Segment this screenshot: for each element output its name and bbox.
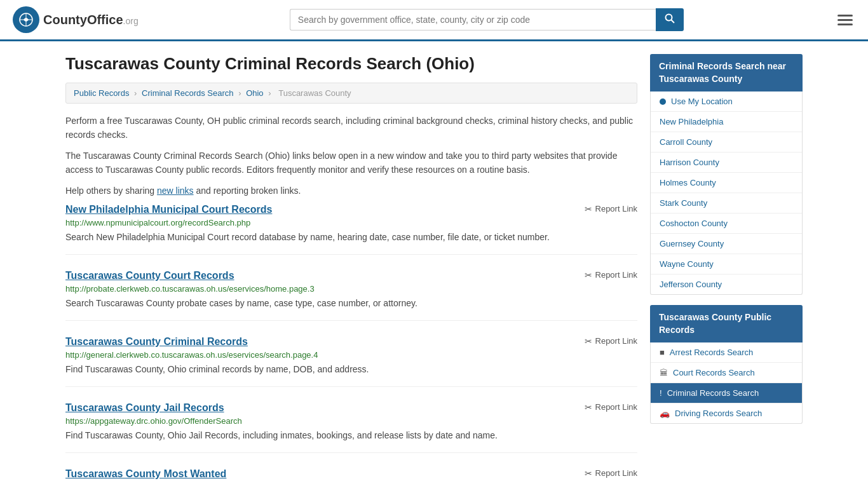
svg-point-3	[665, 15, 672, 21]
search-area	[290, 8, 684, 31]
sidebar-item-court-records[interactable]: 🏛 Court Records Search	[651, 363, 802, 383]
breadcrumb-ohio[interactable]: Ohio	[246, 88, 263, 98]
sidebar-public-records-list: ■ Arrest Records Search 🏛 Court Records …	[650, 342, 803, 424]
sidebar-link-harrison-county[interactable]: Harrison County	[660, 158, 719, 167]
result-item-2: Tuscarawas County Criminal Records ✂ Rep…	[65, 336, 637, 387]
result-desc-3: Find Tuscarawas County, Ohio Jail Record…	[65, 429, 637, 442]
sidebar-link-jefferson-county[interactable]: Jefferson County	[660, 280, 722, 289]
sidebar-link-coshocton-county[interactable]: Coshocton County	[660, 219, 728, 228]
logo-text: CountyOffice.org	[43, 13, 139, 27]
report-link-btn-1[interactable]: ✂ Report Link	[585, 270, 637, 280]
sidebar-link-new-philadelphia[interactable]: New Philadelphia	[660, 117, 723, 126]
breadcrumb-sep-2: ›	[238, 88, 241, 98]
result-title-row-2: Tuscarawas County Criminal Records ✂ Rep…	[65, 336, 637, 348]
report-link-btn-4[interactable]: ✂ Report Link	[585, 468, 637, 478]
sidebar-item-wayne-county[interactable]: Wayne County	[651, 254, 802, 274]
sidebar-item-coshocton-county[interactable]: Coshocton County	[651, 214, 802, 234]
result-item-4: Tuscarawas County Most Wanted ✂ Report L…	[65, 468, 637, 488]
hamburger-menu-button[interactable]	[835, 12, 855, 28]
sidebar-link-guernsey-county[interactable]: Guernsey County	[660, 239, 724, 248]
result-title-row-4: Tuscarawas County Most Wanted ✂ Report L…	[65, 468, 637, 480]
svg-line-4	[671, 20, 674, 24]
result-title-row-0: New Philadelphia Municipal Court Records…	[65, 204, 637, 215]
result-url-2[interactable]: http://general.clerkweb.co.tuscarawas.oh…	[65, 350, 637, 360]
sidebar-public-records-section: Tuscarawas County Public Records ■ Arres…	[650, 305, 803, 424]
header: CountyOffice.org	[0, 0, 868, 41]
description-3-suffix: and reporting broken links.	[194, 186, 301, 196]
report-icon-4: ✂	[585, 468, 592, 478]
sidebar-link-carroll-county[interactable]: Carroll County	[660, 137, 712, 147]
result-url-1[interactable]: http://probate.clerkweb.co.tuscarawas.oh…	[65, 284, 637, 294]
sidebar-item-carroll-county[interactable]: Carroll County	[651, 132, 802, 152]
sidebar-item-stark-county[interactable]: Stark County	[651, 193, 802, 214]
result-desc-0: Search New Philadelphia Municipal Court …	[65, 231, 637, 244]
report-label-2: Report Link	[595, 336, 637, 346]
sidebar-item-criminal-records[interactable]: ! Criminal Records Search	[651, 383, 802, 403]
breadcrumb: Public Records › Criminal Records Search…	[65, 83, 637, 104]
search-button[interactable]	[656, 8, 684, 31]
sidebar-link-stark-county[interactable]: Stark County	[660, 198, 707, 208]
report-link-btn-2[interactable]: ✂ Report Link	[585, 336, 637, 346]
result-url-0[interactable]: http://www.npmunicipalcourt.org/recordSe…	[65, 218, 637, 227]
breadcrumb-sep-3: ›	[268, 88, 271, 98]
result-title-1[interactable]: Tuscarawas County Court Records	[65, 270, 234, 281]
sidebar-nearby-list: Use My Location New Philadelphia Carroll…	[650, 92, 803, 295]
logo-icon	[13, 6, 39, 33]
report-label-3: Report Link	[595, 402, 637, 412]
report-icon-1: ✂	[585, 270, 592, 280]
sidebar: Criminal Records Search near Tuscarawas …	[650, 54, 803, 488]
result-item-0: New Philadelphia Municipal Court Records…	[65, 204, 637, 255]
sidebar-link-court-records[interactable]: Court Records Search	[673, 368, 755, 377]
report-link-btn-0[interactable]: ✂ Report Link	[585, 204, 637, 214]
hamburger-line-2	[837, 19, 853, 21]
new-links-link[interactable]: new links	[157, 186, 194, 196]
breadcrumb-tuscarawas: Tuscarawas County	[278, 88, 351, 98]
sidebar-link-holmes-county[interactable]: Holmes County	[660, 178, 716, 187]
sidebar-item-jefferson-county[interactable]: Jefferson County	[651, 274, 802, 294]
logo-area: CountyOffice.org	[13, 6, 139, 33]
report-label-4: Report Link	[595, 468, 637, 478]
result-title-3[interactable]: Tuscarawas County Jail Records	[65, 402, 224, 414]
sidebar-link-arrest-records[interactable]: Arrest Records Search	[670, 348, 754, 357]
court-records-icon: 🏛	[660, 368, 668, 377]
result-title-4[interactable]: Tuscarawas County Most Wanted	[65, 468, 226, 480]
result-url-3[interactable]: https://appgateway.drc.ohio.gov/Offender…	[65, 416, 637, 426]
sidebar-link-use-my-location[interactable]: Use My Location	[671, 97, 733, 106]
result-title-0[interactable]: New Philadelphia Municipal Court Records	[65, 204, 272, 215]
sidebar-public-records-header: Tuscarawas County Public Records	[650, 305, 803, 342]
result-item-1: Tuscarawas County Court Records ✂ Report…	[65, 270, 637, 321]
sidebar-link-driving-records[interactable]: Driving Records Search	[675, 409, 762, 418]
page-title: Tuscarawas County Criminal Records Searc…	[65, 54, 637, 74]
sidebar-item-guernsey-county[interactable]: Guernsey County	[651, 234, 802, 254]
driving-records-icon: 🚗	[660, 409, 670, 418]
breadcrumb-public-records[interactable]: Public Records	[74, 88, 129, 98]
sidebar-nearby-section: Criminal Records Search near Tuscarawas …	[650, 54, 803, 295]
sidebar-item-harrison-county[interactable]: Harrison County	[651, 152, 802, 173]
report-link-btn-3[interactable]: ✂ Report Link	[585, 402, 637, 412]
main-container: Tuscarawas County Criminal Records Searc…	[53, 41, 815, 488]
sidebar-link-wayne-county[interactable]: Wayne County	[660, 259, 714, 269]
report-label-1: Report Link	[595, 270, 637, 280]
description-1: Perform a free Tuscarawas County, OH pub…	[65, 114, 637, 142]
hamburger-line-1	[837, 15, 853, 17]
description-2: The Tuscarawas County Criminal Records S…	[65, 149, 637, 177]
result-title-row-1: Tuscarawas County Court Records ✂ Report…	[65, 270, 637, 281]
description-3: Help others by sharing new links and rep…	[65, 184, 637, 198]
criminal-records-icon: !	[660, 388, 662, 398]
arrest-records-icon: ■	[660, 348, 665, 357]
location-dot-icon	[660, 98, 666, 105]
breadcrumb-criminal-records-search[interactable]: Criminal Records Search	[142, 88, 234, 98]
report-label-0: Report Link	[595, 204, 637, 214]
description-3-prefix: Help others by sharing	[65, 186, 157, 196]
sidebar-item-new-philadelphia[interactable]: New Philadelphia	[651, 112, 802, 132]
report-icon-0: ✂	[585, 204, 592, 214]
hamburger-line-3	[837, 24, 853, 25]
result-title-2[interactable]: Tuscarawas County Criminal Records	[65, 336, 248, 348]
sidebar-item-driving-records[interactable]: 🚗 Driving Records Search	[651, 403, 802, 423]
sidebar-link-criminal-records[interactable]: Criminal Records Search	[667, 388, 759, 398]
sidebar-item-arrest-records[interactable]: ■ Arrest Records Search	[651, 342, 802, 363]
result-title-row-3: Tuscarawas County Jail Records ✂ Report …	[65, 402, 637, 414]
sidebar-item-holmes-county[interactable]: Holmes County	[651, 173, 802, 193]
search-input[interactable]	[290, 9, 656, 30]
sidebar-item-use-my-location[interactable]: Use My Location	[651, 92, 802, 112]
